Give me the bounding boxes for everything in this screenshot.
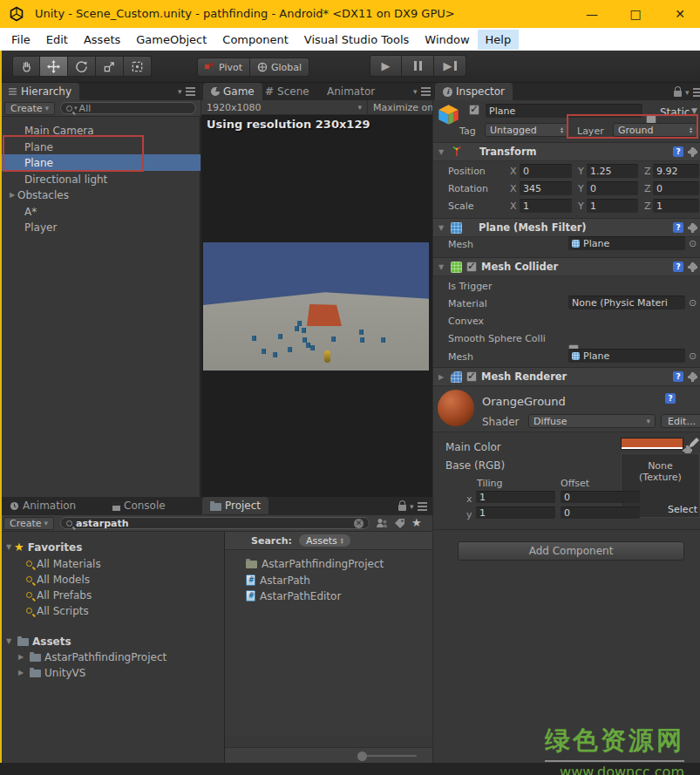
tab-hierarchy[interactable]: Hierarchy [0, 83, 79, 100]
rotate-tool-button[interactable] [68, 56, 96, 77]
menu-gameobject[interactable]: GameObject [128, 30, 214, 50]
maximize-on-play-toggle[interactable]: Maximize on [367, 100, 432, 115]
menu-assets[interactable]: Assets [76, 30, 128, 50]
scale-x-field[interactable]: 1 [520, 199, 572, 213]
pivot-toggle-button[interactable]: Pivot [197, 58, 250, 77]
tiling-y-field[interactable]: 1 [476, 506, 555, 519]
foldout-arrow-icon[interactable]: ▼ [436, 224, 446, 232]
favorites-all-scripts[interactable]: All Scripts [0, 602, 224, 619]
object-picker-icon[interactable]: ⊙ [689, 297, 697, 309]
transform-component-header[interactable]: ▼ Transform ? [433, 142, 700, 161]
shader-edit-button[interactable]: Edit... [661, 414, 700, 428]
foldout-arrow-icon[interactable]: ▼ [3, 637, 14, 645]
shader-dropdown[interactable]: Diffuse ▾ [528, 414, 656, 428]
favorites-all-materials[interactable]: All Materials [0, 555, 224, 572]
object-picker-icon[interactable]: ⊙ [689, 238, 697, 249]
gear-icon[interactable] [688, 223, 697, 233]
menu-edit[interactable]: Edit [38, 30, 76, 50]
scale-y-field[interactable]: 1 [587, 199, 638, 213]
position-z-field[interactable]: 9.92 [653, 164, 699, 178]
hierarchy-create-button[interactable]: Create ▾ [4, 102, 55, 115]
gear-icon[interactable] [688, 147, 697, 157]
favorite-star-icon[interactable]: ★ [411, 518, 422, 528]
global-toggle-button[interactable]: Global [250, 58, 309, 77]
game-resolution-dropdown[interactable]: 1920x1080 ▾ [201, 102, 367, 113]
rotation-y-field[interactable]: 0 [587, 181, 638, 195]
physic-material-field[interactable]: None (Physic Materi [568, 296, 685, 309]
hierarchy-search-input[interactable]: ▾ All [60, 102, 196, 114]
hierarchy-pane-menu[interactable]: ▾ [178, 87, 195, 96]
step-button[interactable]: ▶ [434, 55, 466, 77]
foldout-arrow-icon[interactable]: ▼ [436, 148, 446, 156]
foldout-arrow-icon[interactable]: ▼ [3, 543, 14, 551]
maximize-button[interactable]: □ [615, 0, 656, 28]
foldout-arrow-icon[interactable]: ▶ [16, 653, 26, 661]
mesh-filter-header[interactable]: ▼ Plane (Mesh Filter) ? [433, 218, 700, 237]
mesh-renderer-header[interactable]: ▶ Mesh Renderer ? [433, 367, 700, 386]
hierarchy-item-directional-light[interactable]: Directional light [0, 171, 200, 187]
clear-search-icon[interactable]: ✕ [354, 519, 364, 528]
foldout-arrow-icon[interactable]: ▶ [436, 373, 446, 381]
thumbnail-size-slider[interactable] [225, 747, 432, 763]
result-astarpatheditor[interactable]: AstarPathEditor [225, 588, 432, 604]
tab-animator[interactable]: Animator [319, 83, 383, 100]
search-scope-assets-pill[interactable]: Assets ▴▾ [299, 534, 350, 547]
foldout-arrow-icon[interactable]: ▼ [436, 263, 446, 271]
mesh-renderer-enabled-checkbox[interactable] [466, 371, 477, 382]
inspector-pane-menu[interactable]: ▾ [674, 87, 700, 97]
add-component-button[interactable]: Add Component [458, 541, 684, 561]
object-picker-icon[interactable]: ⊙ [689, 350, 697, 362]
move-tool-button[interactable] [40, 56, 68, 77]
menu-component[interactable]: Component [214, 30, 296, 50]
foldout-arrow-icon[interactable]: ▶ [7, 191, 17, 199]
position-y-field[interactable]: 1.25 [587, 164, 638, 178]
project-pane-menu[interactable]: ▾ [398, 501, 427, 511]
rotation-x-field[interactable]: 345 [520, 181, 572, 195]
tab-scene[interactable]: # Scene [257, 83, 317, 100]
tag-dropdown[interactable]: Untagged ▴▾ [485, 123, 568, 137]
offset-x-field[interactable]: 0 [561, 491, 640, 503]
mesh-collider-header[interactable]: ▼ Mesh Collider ? [433, 257, 700, 276]
asset-store-person-icon[interactable] [376, 518, 388, 528]
mesh-collider-enabled-checkbox[interactable] [466, 262, 477, 272]
collider-mesh-field[interactable]: Plane [568, 349, 685, 363]
gear-icon[interactable] [688, 262, 697, 272]
assets-unityvs[interactable]: ▶ UnityVS [0, 664, 224, 681]
slider-knob[interactable] [357, 751, 367, 761]
help-icon[interactable]: ? [673, 262, 683, 272]
favorites-all-models[interactable]: All Models [0, 571, 224, 588]
scale-tool-button[interactable] [96, 56, 124, 77]
rotation-z-field[interactable]: 0 [653, 181, 699, 195]
close-button[interactable]: ✕ [660, 0, 700, 28]
offset-y-field[interactable]: 0 [561, 506, 640, 519]
project-search-input[interactable]: astarpath ✕ [60, 517, 370, 529]
help-icon[interactable]: ? [673, 222, 683, 233]
favorites-all-prefabs[interactable]: All Prefabs [0, 587, 224, 603]
material-preview-sphere[interactable] [438, 390, 474, 426]
favorites-root[interactable]: ▼ ★ Favorites [0, 539, 224, 555]
texture-select-button[interactable]: Select [668, 504, 697, 515]
menu-help[interactable]: Help [478, 30, 520, 50]
minimize-button[interactable]: — [572, 0, 612, 28]
assets-astarpathfindingproject[interactable]: ▶ AstarPathfindingProject [0, 649, 224, 665]
tab-project[interactable]: Project [202, 497, 268, 514]
project-create-button[interactable]: Create ▾ [3, 517, 54, 530]
result-astarpath[interactable]: AstarPath [225, 572, 432, 588]
foldout-arrow-icon[interactable]: ▶ [16, 669, 26, 676]
menu-file[interactable]: File [3, 30, 38, 50]
menu-window[interactable]: Window [417, 30, 477, 50]
hierarchy-item-astar[interactable]: A* [0, 203, 200, 220]
help-icon[interactable]: ? [665, 393, 676, 404]
lock-icon[interactable] [674, 91, 682, 97]
tab-console[interactable]: Console [105, 497, 173, 514]
pause-button[interactable] [402, 55, 434, 77]
help-icon[interactable]: ? [673, 371, 683, 382]
main-color-swatch[interactable] [621, 438, 683, 450]
gear-icon[interactable] [688, 372, 697, 382]
game-pane-menu[interactable]: ▾ [413, 87, 431, 96]
label-icon[interactable] [394, 518, 405, 529]
scale-z-field[interactable]: 1 [653, 199, 699, 213]
slider-track[interactable] [364, 755, 417, 757]
tab-animation[interactable]: Animation [2, 497, 84, 514]
result-astarpathfindingproject[interactable]: AstarPathfindingProject [225, 555, 432, 572]
